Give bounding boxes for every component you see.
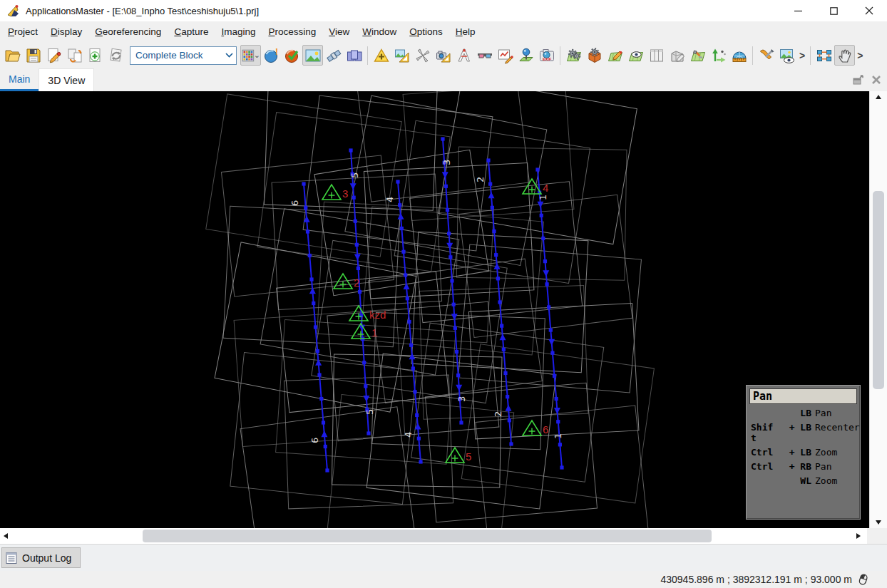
tools-icon (758, 47, 775, 64)
exif-camera-button[interactable]: EXIF (536, 45, 557, 66)
photo-center-marker (492, 229, 496, 233)
building-edit-button[interactable] (667, 45, 687, 66)
strips-button[interactable] (646, 45, 667, 66)
maximize-button[interactable] (816, 0, 851, 21)
tab-main[interactable]: Main (0, 68, 39, 91)
glasses-icon (476, 47, 493, 64)
sync-page-icon (108, 47, 125, 64)
restore-view-button[interactable] (853, 75, 864, 85)
globe-check-button[interactable] (282, 45, 302, 66)
control-point-cross (452, 455, 458, 462)
photo-center-marker (547, 305, 550, 309)
photo-center-marker (488, 182, 492, 186)
close-icon (865, 6, 873, 15)
photo-center-marker (316, 349, 319, 353)
menu-processing[interactable]: Processing (262, 24, 322, 40)
transfer-project-button[interactable] (64, 45, 85, 66)
box-gears-icon (586, 47, 603, 64)
scroll-right-button[interactable] (853, 528, 864, 544)
tab-3d-view[interactable]: 3D View (39, 68, 94, 91)
control-point-label: 3 (342, 187, 348, 200)
gps-pin-icon (518, 47, 535, 64)
dome-measure-button[interactable] (729, 45, 749, 66)
flight-direction-arrow (321, 430, 327, 437)
menu-display[interactable]: Display (44, 24, 88, 40)
photo-center-marker (409, 344, 413, 347)
photo-center-marker (407, 320, 411, 324)
horizontal-scroll-thumb[interactable] (143, 530, 712, 542)
window-title: ApplicationsMaster - [E:\08_Inpho Test\c… (26, 6, 259, 16)
tripod-button[interactable] (453, 45, 474, 66)
add-document-button[interactable] (85, 45, 106, 66)
map-process-button[interactable] (563, 45, 584, 66)
reload-project-button[interactable] (106, 45, 126, 66)
globe-check-icon (284, 47, 301, 64)
move-points-button[interactable] (708, 45, 729, 66)
tripod-icon (456, 47, 473, 64)
flight-direction-arrow (500, 334, 506, 340)
menu-help[interactable]: Help (449, 24, 482, 40)
flight-direction-arrow (446, 243, 453, 249)
block-view-select[interactable]: Complete Block (130, 46, 237, 65)
menu-capture[interactable]: Capture (168, 24, 215, 40)
flight-direction-arrow (543, 270, 549, 277)
menu-project[interactable]: Project (1, 24, 44, 40)
vertical-scroll-thumb[interactable] (873, 191, 884, 389)
photo-center-marker (400, 227, 404, 230)
menu-view[interactable]: View (322, 24, 356, 40)
output-log-label: Output Log (22, 552, 71, 564)
map-view-button[interactable] (625, 45, 646, 66)
block-3d-view[interactable]: 665544332211342kzd165 Pan LBPanShift+ LB… (0, 91, 869, 528)
horizontal-scrollbar-row (0, 528, 887, 545)
block-links-button[interactable] (814, 45, 834, 66)
toolbar-overflow-1[interactable]: > (797, 50, 807, 61)
tools-button[interactable] (756, 45, 776, 66)
menu-georeferencing[interactable]: Georeferencing (88, 24, 168, 40)
map-edit-button[interactable] (495, 45, 516, 66)
map-tools-button[interactable] (687, 45, 708, 66)
edit-project-button[interactable] (43, 45, 64, 66)
close-view-button[interactable] (871, 75, 881, 85)
minimize-button[interactable] (780, 0, 816, 21)
copy-pages-icon (66, 47, 83, 64)
app-logo-icon (6, 4, 20, 18)
scroll-up-button[interactable] (870, 91, 887, 103)
map-draw-button[interactable] (605, 45, 625, 66)
horizontal-scrollbar[interactable] (0, 528, 867, 544)
satellite-button[interactable] (323, 45, 344, 66)
control-point-cross (529, 428, 535, 435)
vertical-scrollbar[interactable] (869, 91, 887, 528)
menu-window[interactable]: Window (356, 24, 403, 40)
close-button[interactable] (851, 0, 887, 21)
photo-center-marker (560, 465, 563, 469)
image-view-button[interactable] (302, 45, 323, 66)
photo-center-marker (366, 431, 370, 435)
stereo-glasses-button[interactable] (474, 45, 495, 66)
photo-center-marker (500, 324, 503, 328)
image-stack-button[interactable] (344, 45, 364, 66)
image-eye-button[interactable] (776, 45, 797, 66)
camera-measure-button[interactable] (433, 45, 453, 66)
flight-direction-arrow (350, 183, 357, 190)
pinwheel-button[interactable] (412, 45, 433, 66)
menu-imaging[interactable]: Imaging (215, 24, 262, 40)
block-grid-button[interactable]: ⌄ (240, 45, 261, 66)
image-measure-button[interactable] (391, 45, 412, 66)
pan-tool-button[interactable] (834, 45, 855, 66)
scroll-down-button[interactable] (870, 517, 887, 528)
image-icon (304, 47, 322, 64)
output-log-tab[interactable]: Output Log (1, 547, 81, 568)
open-project-button[interactable] (2, 45, 23, 66)
photo-footprint (206, 94, 401, 257)
dock-tab-row: Output Log (0, 545, 887, 571)
box-process-button[interactable] (584, 45, 605, 66)
save-project-button[interactable] (23, 45, 43, 66)
pan-modifier: Ctrl (751, 448, 776, 458)
scroll-left-button[interactable] (0, 528, 11, 544)
toolbar-overflow-2[interactable]: > (855, 50, 865, 61)
menu-options[interactable]: Options (403, 24, 449, 40)
gps-point-button[interactable] (516, 45, 536, 66)
photogrammetry-block-canvas[interactable]: 665544332211342kzd165 (0, 91, 869, 528)
globe-info-button[interactable]: ! (261, 45, 282, 66)
add-points-button[interactable] (371, 45, 391, 66)
